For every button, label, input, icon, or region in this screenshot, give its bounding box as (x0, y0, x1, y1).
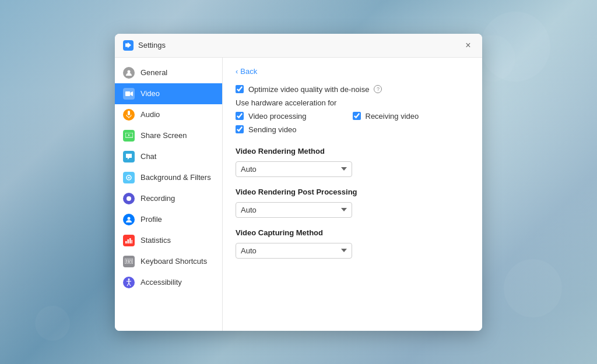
svg-marker-6 (128, 134, 130, 136)
svg-rect-19 (131, 260, 132, 261)
sharescreen-label: Share Screen (141, 131, 187, 140)
modal-body: GeneralVideoAudioShare ScreenChatBackgro… (115, 58, 482, 331)
rendering-method-section: Video Rendering Method AutoDirect3D11Dir… (236, 147, 469, 177)
accessibility-label: Accessibility (141, 278, 182, 287)
titlebar: Settings × (115, 34, 482, 58)
general-label: General (141, 68, 167, 77)
sidebar-item-general[interactable]: General (115, 62, 222, 83)
bgfilter-icon (123, 172, 135, 183)
svg-rect-18 (129, 260, 131, 261)
sidebar-item-bgfilter[interactable]: Background & Filters (115, 167, 222, 188)
svg-rect-20 (126, 261, 127, 263)
svg-rect-13 (129, 238, 131, 243)
general-icon (123, 67, 135, 79)
recording-label: Recording (141, 194, 175, 203)
zoom-icon-inner (125, 43, 131, 48)
svg-rect-21 (128, 261, 130, 263)
hw-sending_video-checkbox[interactable] (236, 125, 244, 133)
optimize-checkbox[interactable] (236, 85, 244, 93)
keyboard-icon (123, 256, 135, 267)
hw-sending_video-row: Sending video (236, 125, 353, 134)
hw-receiving_video-row: Receiving video (353, 112, 470, 121)
accessibility-icon (123, 277, 135, 288)
modal-title: Settings (138, 41, 166, 50)
hw-video_processing-checkbox[interactable] (236, 112, 244, 120)
sidebar-item-audio[interactable]: Audio (115, 104, 222, 125)
audio-icon (123, 109, 135, 121)
help-icon[interactable]: ? (374, 85, 382, 93)
back-link[interactable]: ‹ Back (236, 67, 257, 76)
hw-sending_video-label: Sending video (248, 125, 296, 134)
modal-overlay: Settings × GeneralVideoAudioShare Screen… (0, 0, 597, 364)
sidebar-item-statistics[interactable]: Statistics (115, 230, 222, 251)
svg-rect-14 (132, 240, 133, 243)
chat-label: Chat (141, 152, 156, 161)
sidebar: GeneralVideoAudioShare ScreenChatBackgro… (115, 58, 223, 331)
zoom-icon (123, 40, 134, 51)
svg-rect-22 (131, 261, 132, 263)
bgfilter-label: Background & Filters (141, 173, 211, 182)
svg-rect-3 (128, 111, 130, 115)
svg-point-9 (127, 196, 131, 201)
rendering-method-label: Video Rendering Method (236, 147, 469, 156)
sidebar-item-accessibility[interactable]: Accessibility (115, 272, 222, 293)
svg-rect-1 (125, 91, 130, 96)
statistics-label: Statistics (141, 236, 171, 245)
video-label: Video (141, 89, 160, 98)
sidebar-item-profile[interactable]: Profile (115, 209, 222, 230)
svg-line-27 (129, 283, 131, 286)
svg-rect-15 (125, 259, 133, 264)
capturing-method-section: Video Capturing Method AutoDirectShowMed… (236, 228, 469, 259)
sidebar-item-video[interactable]: Video (115, 83, 222, 104)
hw-accel-section: Use hardware acceleration for Video proc… (236, 98, 469, 136)
svg-point-8 (128, 176, 130, 178)
rendering-method-select[interactable]: AutoDirect3D11Direct3D9OpenGL (236, 161, 352, 177)
sidebar-item-chat[interactable]: Chat (115, 146, 222, 167)
hw-video_processing-row: Video processing (236, 112, 353, 121)
recording-icon (123, 193, 135, 204)
capturing-method-select[interactable]: AutoDirectShowMediaFoundation (236, 243, 352, 259)
svg-rect-12 (128, 239, 129, 243)
settings-modal: Settings × GeneralVideoAudioShare Screen… (115, 34, 482, 331)
hw-accel-grid: Video processingReceiving videoSending v… (236, 112, 469, 136)
content-area: ‹ Back Optimize video quality with de-no… (223, 58, 482, 331)
keyboard-label: Keyboard Shortcuts (141, 257, 207, 266)
svg-marker-2 (130, 91, 133, 96)
title-left: Settings (123, 40, 166, 51)
back-label: Back (240, 67, 257, 76)
profile-icon (123, 214, 135, 225)
hw-receiving_video-checkbox[interactable] (353, 112, 361, 120)
sidebar-item-recording[interactable]: Recording (115, 188, 222, 209)
rendering-post-section: Video Rendering Post Processing AutoNone (236, 188, 469, 218)
audio-label: Audio (141, 110, 160, 119)
svg-rect-16 (126, 260, 127, 261)
hw-video_processing-label: Video processing (248, 112, 307, 121)
rendering-post-label: Video Rendering Post Processing (236, 188, 469, 196)
profile-label: Profile (141, 215, 162, 224)
sidebar-item-keyboard[interactable]: Keyboard Shortcuts (115, 251, 222, 272)
statistics-icon (123, 235, 135, 246)
video-icon (123, 88, 135, 100)
svg-rect-11 (125, 241, 127, 243)
capturing-method-label: Video Capturing Method (236, 228, 469, 237)
chat-icon (123, 151, 135, 162)
sharescreen-icon (123, 130, 135, 142)
hw-receiving_video-label: Receiving video (366, 112, 419, 121)
svg-rect-17 (128, 260, 129, 261)
close-button[interactable]: × (462, 40, 474, 51)
svg-point-23 (128, 278, 130, 280)
optimize-checkbox-row: Optimize video quality with de-noise ? (236, 85, 469, 94)
svg-point-0 (128, 70, 131, 73)
svg-point-10 (128, 217, 131, 220)
hw-accel-heading: Use hardware acceleration for (236, 98, 469, 107)
sidebar-item-sharescreen[interactable]: Share Screen (115, 125, 222, 146)
rendering-post-select[interactable]: AutoNone (236, 202, 352, 218)
svg-line-26 (127, 283, 129, 286)
back-arrow: ‹ (236, 67, 238, 76)
optimize-label: Optimize video quality with de-noise (248, 85, 369, 94)
